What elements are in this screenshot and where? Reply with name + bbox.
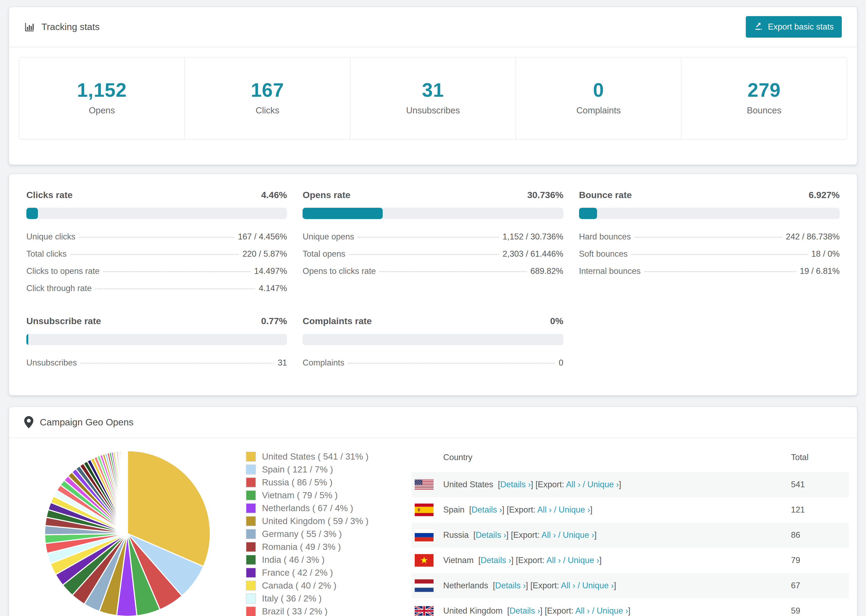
bracket-open: [ [505, 606, 509, 616]
summary-stat-cell: 31 Unsubscribes [350, 58, 516, 139]
bracket-open: [ [476, 556, 480, 565]
legend-label: Vietnam ( 79 / 5% ) [262, 490, 338, 500]
country-total: 79 [791, 556, 849, 565]
dotted-leader [635, 237, 782, 237]
export-unique-link[interactable]: Unique › [587, 480, 619, 489]
rate-detail-row: Total clicks 220 / 5.87% [26, 245, 287, 262]
rate-row-value: 31 [278, 358, 287, 368]
details-link[interactable]: Details › [509, 606, 540, 616]
rate-value: 4.46% [261, 190, 287, 200]
stat-label: Complaints [516, 105, 681, 116]
bracket-open: [ [471, 530, 476, 540]
rate-row-value: 689.82% [531, 266, 563, 276]
rate-progress-fill [26, 208, 38, 219]
geo-legend: United States ( 541 / 31% ) Spain ( 121 … [246, 445, 397, 616]
country-name: Russia [443, 530, 469, 540]
rate-row-value: 18 / 0% [811, 249, 840, 259]
dotted-leader [348, 363, 555, 364]
geo-table-row: Russia [Details ›] [Export: All › / Uniq… [411, 522, 849, 548]
rate-detail-row: Hard bounces 242 / 86.738% [579, 228, 840, 245]
slash-separator: / [578, 581, 580, 590]
export-unique-link[interactable]: Unique › [559, 505, 590, 514]
bracket-close-2: ] [614, 581, 616, 590]
export-all-link[interactable]: All › [537, 505, 552, 514]
bracket-close-2: ] [628, 606, 631, 616]
export-prefix: [Export: [545, 606, 575, 616]
export-unique-link[interactable]: Unique › [563, 530, 594, 540]
rate-row-value: 4.147% [259, 284, 287, 293]
details-link[interactable]: Details › [476, 530, 506, 540]
bracket-open: [ [491, 581, 495, 590]
details-link[interactable]: Details › [500, 480, 531, 489]
rate-row-label: Unique opens [302, 232, 354, 242]
rate-header: Unsubscribe rate 0.77% [26, 314, 287, 334]
bar-chart-icon [24, 22, 35, 32]
country-cell: Netherlands [Details ›] [Export: All › /… [443, 581, 791, 591]
stat-value: 31 [350, 79, 516, 101]
rate-row-label: Internal bounces [579, 266, 641, 276]
slash-separator: / [592, 606, 594, 616]
geo-table-row: Netherlands [Details ›] [Export: All › /… [411, 573, 849, 598]
legend-color-swatch [246, 567, 256, 578]
geo-country-table: Country Total United States [Details ›] … [411, 445, 849, 616]
rate-value: 0.77% [261, 316, 287, 326]
bracket-close: ] [502, 505, 505, 514]
rate-row-value: 14.497% [254, 266, 287, 276]
legend-item: Brazil ( 33 / 2% ) [246, 606, 397, 616]
rate-row-value: 167 / 4.456% [238, 232, 287, 242]
export-all-link[interactable]: All › [546, 556, 561, 565]
country-total: 67 [791, 581, 849, 591]
stat-value: 167 [185, 79, 350, 101]
legend-label: United States ( 541 / 31% ) [262, 451, 368, 462]
rate-row-value: 0 [559, 358, 563, 368]
rate-row-label: Total clicks [26, 249, 67, 259]
legend-item: Canada ( 40 / 2% ) [246, 580, 397, 591]
stat-value: 1,152 [19, 79, 184, 101]
export-all-link[interactable]: All › [542, 530, 556, 540]
details-link[interactable]: Details › [480, 556, 511, 565]
details-link[interactable]: Details › [495, 581, 526, 590]
rate-progress-fill [302, 208, 383, 219]
country-cell: Vietnam [Details ›] [Export: All › / Uni… [443, 556, 791, 565]
export-button-label: Export basic stats [768, 22, 834, 32]
tracking-stats-card: Tracking stats Export basic stats 1,152 … [9, 6, 857, 165]
country-flag-icon [415, 478, 433, 491]
rate-detail-row: Clicks to opens rate 14.497% [26, 262, 287, 280]
export-basic-stats-button[interactable]: Export basic stats [746, 16, 842, 38]
rate-title: Unsubscribe rate [26, 316, 101, 326]
country-cell: Spain [Details ›] [Export: All › / Uniqu… [443, 505, 791, 515]
rate-title: Opens rate [302, 190, 350, 200]
rate-progress-bar [302, 334, 563, 345]
rate-title: Complaints rate [302, 316, 372, 326]
legend-color-swatch [246, 516, 256, 526]
geo-card-title: Campaign Geo Opens [24, 416, 134, 428]
rate-detail-row: Opens to clicks rate 689.82% [302, 262, 563, 280]
rate-block: Unsubscribe rate 0.77% Unsubscribes 31 [26, 314, 287, 371]
legend-label: Romania ( 49 / 3% ) [262, 542, 341, 552]
export-all-link[interactable]: All › [575, 606, 589, 616]
rate-progress-bar [302, 208, 563, 219]
stat-label: Opens [19, 105, 184, 116]
rate-row-label: Opens to clicks rate [302, 266, 376, 276]
country-flag-icon [415, 529, 433, 542]
export-unique-link[interactable]: Unique › [568, 556, 599, 565]
geo-content: United States ( 541 / 31% ) Spain ( 121 … [9, 438, 857, 616]
country-cell: United Kingdom [Details ›] [Export: All … [443, 606, 791, 616]
rate-title: Bounce rate [579, 190, 632, 200]
bracket-open: [ [467, 505, 471, 514]
country-total: 121 [791, 505, 849, 515]
slash-separator: / [558, 530, 561, 540]
details-link[interactable]: Details › [471, 505, 502, 514]
legend-label: Spain ( 121 / 7% ) [262, 464, 333, 475]
export-all-link[interactable]: All › [566, 480, 580, 489]
legend-color-swatch [246, 503, 256, 513]
bracket-close-2: ] [619, 480, 621, 489]
rate-row-value: 220 / 5.87% [242, 249, 287, 259]
rate-detail-row: Unsubscribes 31 [26, 354, 287, 371]
export-unique-link[interactable]: Unique › [597, 606, 628, 616]
dotted-leader [96, 288, 255, 289]
slash-separator: / [554, 505, 556, 514]
export-unique-link[interactable]: Unique › [582, 581, 614, 590]
legend-color-swatch [246, 606, 256, 616]
export-all-link[interactable]: All › [561, 581, 575, 590]
